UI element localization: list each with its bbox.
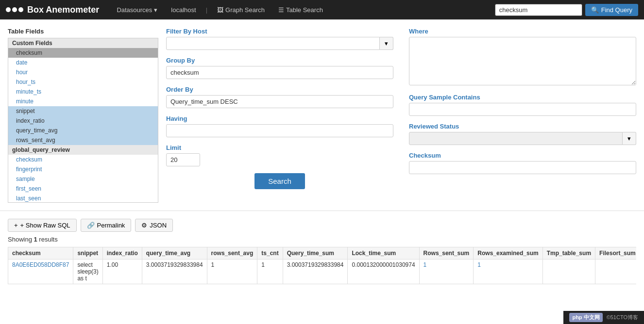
checksum-link[interactable]: 8A0E6ED058DD8F87	[12, 261, 69, 268]
col-snippet: snippet	[73, 247, 102, 259]
field-list-container[interactable]: Custom Fields checksum date hour hour_ts…	[8, 38, 158, 203]
field-item-checksum-gqr[interactable]: checksum	[8, 155, 158, 164]
col-index-ratio: index_ratio	[102, 247, 142, 259]
cell-query-time-sum: 3.0003719329833984	[283, 259, 348, 284]
field-item-query-time-avg[interactable]: query_time_avg	[8, 126, 158, 135]
navbar-search-area: 🔍 Find Query	[495, 4, 638, 16]
chevron-down-icon: ▾	[154, 6, 157, 14]
where-group: Where	[409, 28, 636, 87]
image-icon: 🖼	[217, 6, 223, 14]
col-ts-cnt: ts_cnt	[257, 247, 283, 259]
json-button[interactable]: ⚙ JSON	[135, 219, 173, 232]
form-row-1: Filter By Host ▾ Group By Order By Havin…	[166, 28, 636, 189]
plus-icon: +	[14, 222, 18, 229]
results-table-container: checksum snippet index_ratio query_time_…	[8, 247, 636, 284]
query-sample-input[interactable]	[409, 103, 636, 116]
brand-icon	[6, 7, 23, 12]
field-item-checksum-custom[interactable]: checksum	[8, 48, 158, 58]
cell-query-time-avg: 3.0003719329833984	[142, 259, 207, 284]
field-item-hour[interactable]: hour	[8, 67, 158, 77]
table-icon: ☰	[278, 6, 284, 14]
cell-checksum: 8A0E6ED058DD8F87	[8, 259, 73, 284]
cell-ts-cnt: 1	[257, 259, 283, 284]
reviewed-status-dropdown-btn[interactable]: ▾	[623, 132, 636, 145]
cell-snippet: select sleep(3) as t	[73, 259, 102, 284]
filter-by-host-dropdown-btn[interactable]: ▾	[380, 37, 393, 50]
reviewed-status-group: Reviewed Status ▾	[409, 123, 636, 145]
navbar: Box Anemometer Datasources ▾ localhost |…	[0, 0, 644, 19]
cell-index-ratio: 1.00	[102, 259, 142, 284]
permalink-button[interactable]: 🔗 Permalink	[81, 219, 132, 232]
results-table: checksum snippet index_ratio query_time_…	[8, 247, 636, 284]
field-item-rows-sent-avg[interactable]: rows_sent_avg	[8, 135, 158, 145]
navbar-search-input[interactable]	[495, 4, 582, 16]
col-rows-sent-avg: rows_sent_avg	[207, 247, 257, 259]
query-sample-label: Query Sample Contains	[409, 94, 636, 101]
reviewed-status-select[interactable]	[409, 132, 623, 145]
cell-tmp-table-sum	[542, 259, 595, 284]
cell-rows-sent-sum: 1	[419, 259, 474, 284]
field-item-sample[interactable]: sample	[8, 174, 158, 184]
field-item-snippet[interactable]: snippet	[8, 106, 158, 116]
cell-filesort-sum	[595, 259, 636, 284]
query-sample-group: Query Sample Contains	[409, 94, 636, 116]
table-row: 8A0E6ED058DD8F87 select sleep(3) as t 1.…	[8, 259, 637, 284]
brand: Box Anemometer	[6, 5, 99, 15]
order-by-label: Order By	[166, 86, 393, 93]
form-left-col: Filter By Host ▾ Group By Order By Havin…	[166, 28, 393, 189]
limit-group: Limit	[166, 144, 393, 166]
link-icon: 🔗	[87, 222, 95, 229]
find-query-button[interactable]: 🔍 Find Query	[585, 4, 638, 16]
limit-input[interactable]	[166, 153, 200, 166]
nav-table-search[interactable]: ☰ Table Search	[272, 3, 329, 16]
having-group: Having	[166, 115, 393, 137]
col-rows-sent-sum: Rows_sent_sum	[419, 247, 474, 259]
checksum-label: Checksum	[409, 152, 636, 159]
where-label: Where	[409, 28, 636, 35]
nav-divider-1: |	[204, 6, 209, 14]
rows-examined-sum-link[interactable]: 1	[477, 261, 481, 268]
form-right-col: Where Query Sample Contains Reviewed Sta…	[409, 28, 636, 189]
search-button[interactable]: Search	[254, 173, 305, 189]
sidebar-title: Table Fields	[8, 28, 158, 35]
field-item-minute-ts[interactable]: minute_ts	[8, 87, 158, 97]
nav-datasources[interactable]: Datasources ▾	[111, 3, 163, 16]
reviewed-status-select-group: ▾	[409, 132, 636, 145]
field-item-date[interactable]: date	[8, 58, 158, 67]
rows-sent-sum-link[interactable]: 1	[424, 261, 427, 268]
search-btn-container: Search	[166, 173, 393, 189]
field-item-minute[interactable]: minute	[8, 97, 158, 106]
field-item-last-seen[interactable]: last_seen	[8, 194, 158, 203]
field-item-first-seen[interactable]: first_seen	[8, 184, 158, 194]
brand-name: Box Anemometer	[27, 5, 99, 15]
col-query-time-sum: Query_time_sum	[283, 247, 348, 259]
cell-lock-time-sum: 0.000132000001030974	[348, 259, 419, 284]
reviewed-status-label: Reviewed Status	[409, 123, 636, 130]
order-by-input[interactable]	[166, 95, 393, 108]
checksum-group: Checksum	[409, 152, 636, 174]
field-group-global-query-review: global_query_review	[8, 145, 158, 155]
filter-by-host-input[interactable]	[166, 37, 380, 50]
col-lock-time-sum: Lock_time_sum	[348, 247, 419, 259]
form-area: Filter By Host ▾ Group By Order By Havin…	[166, 28, 636, 203]
group-by-input[interactable]	[166, 66, 393, 79]
cell-rows-examined-sum: 1	[474, 259, 542, 284]
col-tmp-table-sum: Tmp_table_sum	[542, 247, 595, 259]
field-item-hour-ts[interactable]: hour_ts	[8, 77, 158, 87]
gear-icon: ⚙	[141, 222, 147, 229]
navbar-nav: Datasources ▾ localhost | 🖼 Graph Search…	[111, 3, 491, 16]
checksum-input[interactable]	[409, 161, 636, 174]
field-item-index-ratio[interactable]: index_ratio	[8, 116, 158, 126]
table-header: checksum snippet index_ratio query_time_…	[8, 247, 637, 259]
field-item-fingerprint[interactable]: fingerprint	[8, 164, 158, 174]
having-input[interactable]	[166, 124, 393, 137]
where-input[interactable]	[409, 37, 636, 85]
filter-by-host-input-group: ▾	[166, 37, 393, 50]
results-info: Showing 1 results	[8, 236, 636, 243]
show-raw-sql-button[interactable]: + + Show Raw SQL	[8, 219, 77, 232]
nav-graph-search[interactable]: 🖼 Graph Search	[211, 3, 271, 16]
results-count: 1	[34, 236, 37, 243]
table-body: 8A0E6ED058DD8F87 select sleep(3) as t 1.…	[8, 259, 637, 284]
col-checksum: checksum	[8, 247, 73, 259]
nav-localhost[interactable]: localhost	[165, 3, 202, 16]
